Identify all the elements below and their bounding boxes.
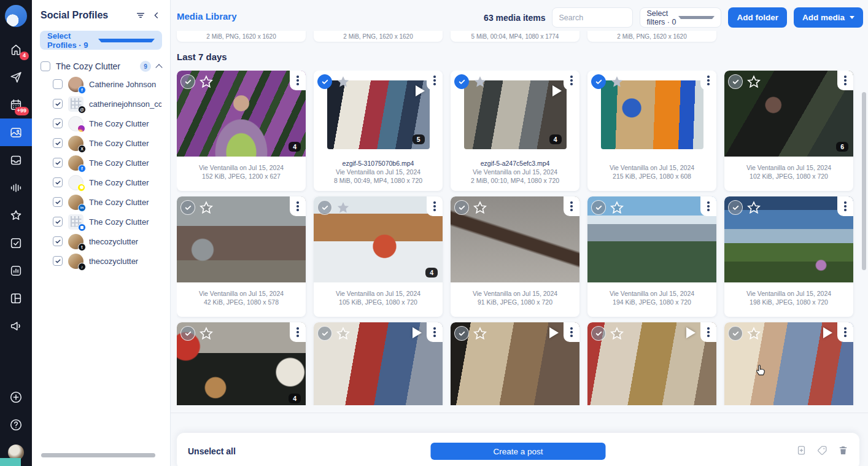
unselect-all-button[interactable]: Unselect all xyxy=(188,446,236,456)
more-options-button[interactable] xyxy=(700,322,716,342)
media-thumbnail[interactable] xyxy=(314,322,443,405)
more-options-button[interactable] xyxy=(837,322,853,342)
media-card[interactable]: Vie Ventanilla on Jul 15, 2024 215 KiB, … xyxy=(587,71,716,191)
select-checkbox[interactable] xyxy=(454,326,469,341)
profile-row[interactable]: The Cozy Clutter xyxy=(32,114,170,133)
more-options-button[interactable] xyxy=(427,322,443,342)
favorite-star-icon[interactable] xyxy=(200,327,213,340)
vertical-scrollbar[interactable] xyxy=(862,92,866,270)
profile-row[interactable]: The Cozy Clutter xyxy=(32,212,170,231)
more-options-button[interactable] xyxy=(290,322,306,342)
profile-checkbox[interactable] xyxy=(53,197,63,207)
media-thumbnail[interactable] xyxy=(451,196,579,282)
select-checkbox[interactable] xyxy=(317,326,332,341)
media-card[interactable]: Vie Ventanilla on Jul 15, 2024 198 KiB, … xyxy=(724,196,853,317)
profile-checkbox[interactable] xyxy=(53,177,63,187)
more-options-button[interactable] xyxy=(290,196,306,216)
profile-row[interactable]: f The Cozy Clutter xyxy=(32,153,170,173)
favorite-star-icon[interactable] xyxy=(336,75,350,88)
media-card[interactable]: 6 Vie Ventanilla on Jul 15, 2024 102 KiB… xyxy=(724,71,853,191)
select-checkbox[interactable] xyxy=(591,74,606,89)
select-checkbox[interactable] xyxy=(728,74,743,89)
select-checkbox[interactable] xyxy=(317,74,332,89)
profile-checkbox[interactable] xyxy=(53,158,63,168)
sidebar-item-reports[interactable] xyxy=(0,257,32,284)
select-checkbox[interactable] xyxy=(180,74,195,89)
profile-checkbox[interactable] xyxy=(53,99,63,109)
media-thumbnail[interactable]: 4 xyxy=(177,322,306,405)
profile-row[interactable]: f Catherine Johnson xyxy=(32,74,170,94)
select-checkbox[interactable] xyxy=(317,200,332,215)
profile-checkbox[interactable] xyxy=(53,138,63,148)
horizontal-scrollbar[interactable] xyxy=(41,453,155,457)
media-thumbnail[interactable] xyxy=(177,196,306,282)
media-card[interactable] xyxy=(451,322,579,405)
media-thumbnail[interactable] xyxy=(601,80,703,149)
sidebar-item-listening[interactable] xyxy=(0,174,32,201)
app-logo[interactable] xyxy=(5,5,27,27)
favorite-star-icon[interactable] xyxy=(200,201,213,214)
favorite-star-icon[interactable] xyxy=(336,201,350,214)
sidebar-item-add[interactable] xyxy=(0,383,32,411)
more-options-button[interactable] xyxy=(427,71,443,90)
media-thumbnail[interactable] xyxy=(451,322,579,405)
select-checkbox[interactable] xyxy=(180,200,195,215)
media-card[interactable]: 4 Vie Ventanilla on Jul 15, 2024 152 KiB… xyxy=(177,71,306,191)
select-profiles-dropdown[interactable]: Select Profiles · 9 xyxy=(40,31,162,50)
favorite-star-icon[interactable] xyxy=(747,75,761,88)
more-options-button[interactable] xyxy=(427,196,443,216)
profile-checkbox[interactable] xyxy=(53,217,63,227)
more-options-button[interactable] xyxy=(564,71,579,90)
media-thumbnail[interactable]: 6 xyxy=(724,71,853,157)
media-card[interactable] xyxy=(587,322,716,405)
sidebar-item-calendar[interactable]: +99 xyxy=(0,91,32,118)
media-card[interactable]: 4 Vie Ventanilla on Jul 15, 2024 105 KiB… xyxy=(314,196,443,317)
sidebar-item-help[interactable] xyxy=(0,411,32,438)
favorite-star-icon[interactable] xyxy=(747,327,761,340)
collapse-panel-icon[interactable] xyxy=(152,10,161,20)
select-checkbox[interactable] xyxy=(728,326,743,341)
more-options-button[interactable] xyxy=(837,196,853,216)
more-options-button[interactable] xyxy=(564,322,579,342)
more-options-button[interactable] xyxy=(564,196,579,216)
profile-group-row[interactable]: The Cozy Clutter 9 xyxy=(41,61,161,72)
sidebar-item-planner[interactable] xyxy=(0,284,32,312)
filter-icon[interactable] xyxy=(136,10,145,20)
chevron-up-icon[interactable] xyxy=(155,64,162,71)
media-thumbnail[interactable]: 5 xyxy=(327,80,430,149)
profile-row[interactable]: @ catherinejohnson_cc xyxy=(32,94,170,114)
sidebar-item-publish[interactable] xyxy=(0,63,32,91)
filters-dropdown[interactable]: Select filters · 0 xyxy=(640,7,721,28)
profile-row[interactable]: ♪ thecozyclutter xyxy=(32,251,170,271)
favorite-star-icon[interactable] xyxy=(473,75,487,88)
more-options-button[interactable] xyxy=(290,71,306,90)
delete-icon[interactable] xyxy=(838,445,848,458)
profile-row[interactable]: in The Cozy Clutter xyxy=(32,192,170,212)
chat-widget-peek[interactable] xyxy=(0,458,21,466)
media-thumbnail[interactable]: 4 xyxy=(177,71,306,157)
more-options-button[interactable] xyxy=(700,196,716,216)
select-checkbox[interactable] xyxy=(454,200,469,215)
sidebar-item-home[interactable]: 4 xyxy=(0,36,32,63)
select-checkbox[interactable] xyxy=(591,200,606,215)
profile-row[interactable]: t thecozyclutter xyxy=(32,231,170,251)
more-options-button[interactable] xyxy=(700,71,716,90)
media-thumbnail[interactable]: 4 xyxy=(464,80,567,149)
sidebar-item-tasks[interactable] xyxy=(0,229,32,257)
media-card[interactable]: 4 xyxy=(177,322,306,405)
sidebar-item-advocacy[interactable] xyxy=(0,312,32,340)
favorite-star-icon[interactable] xyxy=(200,75,213,88)
media-card[interactable]: Vie Ventanilla on Jul 15, 2024 91 KiB, J… xyxy=(451,196,579,317)
select-checkbox[interactable] xyxy=(728,200,743,215)
media-thumbnail[interactable]: 4 xyxy=(314,196,443,282)
select-checkbox[interactable] xyxy=(180,326,195,341)
media-thumbnail[interactable] xyxy=(587,322,716,405)
media-card[interactable] xyxy=(314,322,443,405)
profile-checkbox[interactable] xyxy=(53,256,63,266)
sidebar-item-inbox[interactable] xyxy=(0,146,32,174)
add-to-folder-icon[interactable] xyxy=(796,445,807,458)
profile-checkbox[interactable] xyxy=(53,236,63,246)
profile-row[interactable]: X The Cozy Clutter xyxy=(32,133,170,153)
favorite-star-icon[interactable] xyxy=(610,201,624,214)
media-thumbnail[interactable] xyxy=(724,196,853,282)
